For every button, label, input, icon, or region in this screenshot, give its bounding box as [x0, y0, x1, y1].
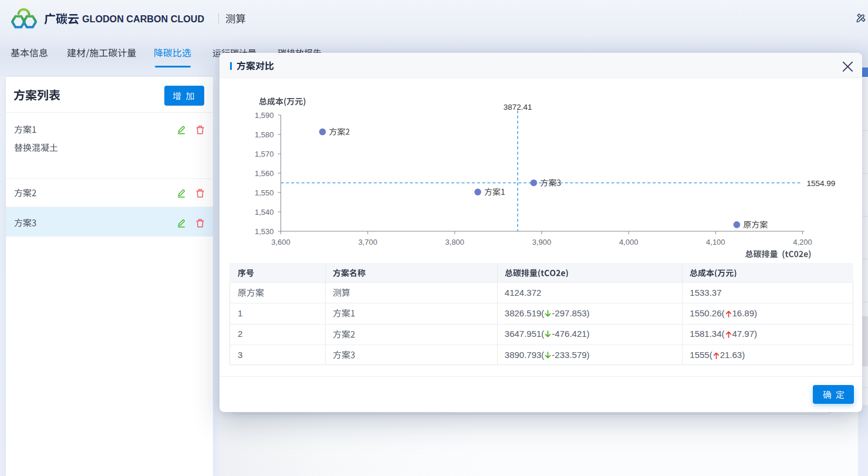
svg-text:3,700: 3,700	[358, 238, 377, 247]
svg-text:1,540: 1,540	[254, 208, 273, 217]
svg-text:1,580: 1,580	[254, 130, 273, 139]
svg-text:1,590: 1,590	[254, 111, 273, 120]
svg-text:4,000: 4,000	[619, 238, 638, 247]
svg-text:1554.99: 1554.99	[806, 179, 835, 188]
svg-text:1,560: 1,560	[254, 169, 273, 178]
svg-text:3,900: 3,900	[532, 238, 551, 247]
svg-text:3872.41: 3872.41	[503, 103, 532, 112]
svg-text:1,530: 1,530	[254, 227, 273, 236]
svg-text:1,550: 1,550	[254, 188, 273, 197]
svg-text:1,570: 1,570	[254, 150, 273, 158]
svg-text:4,200: 4,200	[793, 238, 812, 247]
svg-text:3,800: 3,800	[445, 238, 464, 247]
svg-text:4,100: 4,100	[706, 238, 725, 247]
svg-text:3,600: 3,600	[271, 238, 291, 247]
